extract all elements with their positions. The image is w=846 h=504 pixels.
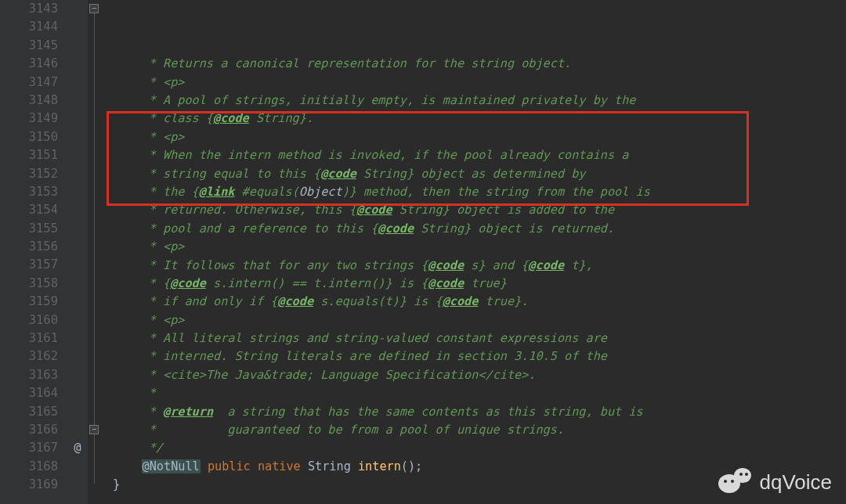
code-line[interactable]: * <p> <box>113 238 846 256</box>
line-number: 3146 <box>0 55 58 73</box>
override-gutter-icon: @ <box>67 439 88 457</box>
line-number: 3157 <box>0 256 58 274</box>
fold-toggle-icon[interactable] <box>89 425 99 434</box>
code-line[interactable]: * A pool of strings, initially empty, is… <box>113 92 846 110</box>
line-number: 3143 <box>0 0 58 18</box>
code-line[interactable]: * <box>113 384 846 402</box>
line-number: 3149 <box>0 110 58 128</box>
line-number-gutter: 3143314431453146314731483149315031513152… <box>0 0 67 504</box>
line-number: 3160 <box>0 311 58 329</box>
code-line[interactable]: * All literal strings and string-valued … <box>113 329 846 347</box>
fold-line <box>94 8 95 484</box>
code-editor[interactable]: 3143314431453146314731483149315031513152… <box>0 0 846 504</box>
line-number: 3169 <box>0 476 58 494</box>
code-line[interactable]: * pool and a reference to this {@code St… <box>113 220 846 238</box>
code-line[interactable]: * <cite>The Java&trade; Language Specifi… <box>113 366 846 384</box>
line-number: 3155 <box>0 220 58 238</box>
line-number: 3150 <box>0 128 58 146</box>
line-number: 3159 <box>0 293 58 311</box>
code-line[interactable]: * interned. String literals are defined … <box>113 347 846 365</box>
watermark: dqVoice <box>718 468 832 496</box>
code-line[interactable]: * Returns a canonical representation for… <box>113 55 846 73</box>
code-line[interactable]: * class {@code String}. <box>113 110 846 128</box>
line-number: 3154 <box>0 201 58 219</box>
code-line[interactable]: * guaranteed to be from a pool of unique… <box>113 421 846 439</box>
code-line[interactable]: * <p> <box>113 311 846 329</box>
code-line[interactable]: * <p> <box>113 74 846 92</box>
line-number: 3151 <box>0 146 58 164</box>
code-area[interactable]: * Returns a canonical representation for… <box>102 0 846 504</box>
code-line[interactable]: * {@code s.intern() == t.intern()} is {@… <box>113 275 846 293</box>
fold-toggle-icon[interactable] <box>89 4 99 13</box>
line-number: 3162 <box>0 347 58 365</box>
watermark-text: dqVoice <box>759 470 832 495</box>
line-number: 3166 <box>0 421 58 439</box>
code-line[interactable]: */ <box>113 439 846 457</box>
line-number: 3161 <box>0 329 58 347</box>
line-number: 3167 <box>0 439 58 457</box>
wechat-icon <box>718 468 753 496</box>
line-number: 3145 <box>0 37 58 55</box>
line-number: 3147 <box>0 74 58 92</box>
line-number: 3156 <box>0 238 58 256</box>
code-line[interactable]: * <p> <box>113 128 846 146</box>
code-line[interactable]: * When the intern method is invoked, if … <box>113 146 846 164</box>
code-line[interactable]: * @return a string that has the same con… <box>113 403 846 421</box>
code-line[interactable]: * It follows that for any two strings {@… <box>113 257 846 275</box>
code-line[interactable]: * returned. Otherwise, this {@code Strin… <box>113 201 846 219</box>
code-line[interactable]: * the {@link #equals(Object)} method, th… <box>113 183 846 201</box>
line-number: 3163 <box>0 366 58 384</box>
line-number: 3148 <box>0 92 58 110</box>
code-line[interactable]: * string equal to this {@code String} ob… <box>113 165 846 183</box>
line-number: 3152 <box>0 165 58 183</box>
code-line[interactable]: * if and only if {@code s.equals(t)} is … <box>113 293 846 311</box>
line-number: 3168 <box>0 458 58 476</box>
line-number: 3158 <box>0 275 58 293</box>
line-number: 3165 <box>0 403 58 421</box>
annotation-gutter: @ <box>67 0 88 504</box>
line-number: 3153 <box>0 183 58 201</box>
line-number: 3164 <box>0 384 58 402</box>
line-number: 3144 <box>0 18 58 36</box>
fold-gutter <box>88 0 102 504</box>
